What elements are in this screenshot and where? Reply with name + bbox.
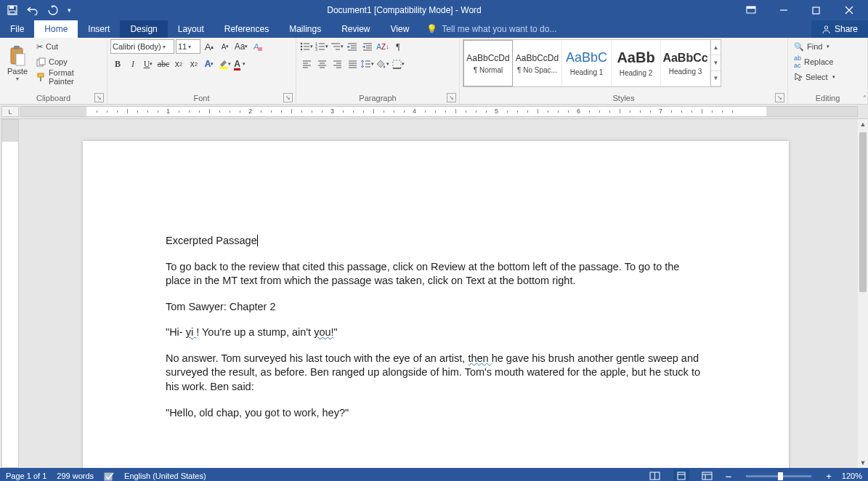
replace-button[interactable]: abacReplace: [791, 54, 836, 69]
horizontal-ruler[interactable]: 1234567: [20, 106, 858, 117]
proofing-status[interactable]: [104, 472, 114, 481]
doc-paragraph[interactable]: "Hi- yi ! You're up a stump, ain't you!": [166, 326, 706, 340]
bullets-button[interactable]: ▾: [299, 39, 314, 54]
save-button[interactable]: [3, 2, 22, 18]
close-button[interactable]: [832, 0, 865, 20]
undo-button[interactable]: [23, 2, 42, 18]
justify-button[interactable]: [345, 57, 360, 71]
page[interactable]: Excerpted Passage To go back to the revi…: [83, 141, 789, 468]
strikethrough-button[interactable]: abc: [156, 57, 171, 71]
ribbon-options-button[interactable]: [734, 0, 767, 20]
tab-home[interactable]: Home: [34, 20, 78, 38]
minimize-button[interactable]: [767, 0, 800, 20]
doc-paragraph[interactable]: Excerpted Passage: [166, 234, 706, 248]
align-left-button[interactable]: [299, 57, 314, 71]
format-painter-button[interactable]: Format Painter: [33, 70, 104, 84]
zoom-level[interactable]: 120%: [842, 472, 862, 480]
align-right-button[interactable]: [330, 57, 344, 71]
tab-design[interactable]: Design: [120, 20, 167, 38]
zoom-out-button[interactable]: −: [726, 470, 732, 482]
svg-rect-15: [38, 73, 44, 77]
numbering-button[interactable]: 123▾: [315, 39, 329, 54]
gallery-scroll[interactable]: ▲▼▼: [710, 40, 721, 86]
decrease-indent-button[interactable]: [345, 39, 360, 54]
increase-indent-button[interactable]: [360, 39, 375, 54]
text-effects-button[interactable]: A▾: [202, 57, 216, 71]
style-item-4[interactable]: AaBbCcHeading 3: [661, 40, 710, 86]
doc-paragraph[interactable]: "Hello, old chap, you got to work, hey?": [166, 406, 706, 421]
font-color-button[interactable]: A▾: [232, 57, 247, 71]
scroll-up-button[interactable]: ▲: [858, 119, 868, 129]
gallery-more[interactable]: ▼: [711, 71, 721, 86]
doc-paragraph[interactable]: No answer. Tom surveyed his last touch w…: [166, 352, 706, 395]
font-name-combo[interactable]: Calibri (Body)▾: [110, 39, 174, 54]
superscript-button[interactable]: x2: [187, 57, 201, 71]
paste-button[interactable]: Paste ▾: [3, 39, 32, 87]
clear-formatting-button[interactable]: A: [250, 39, 264, 54]
tab-view[interactable]: View: [381, 20, 420, 38]
collapse-ribbon-button[interactable]: ˄: [863, 94, 867, 102]
qat-customize[interactable]: ▾: [64, 2, 74, 18]
share-button[interactable]: Share: [811, 20, 868, 38]
font-launcher[interactable]: ↘: [283, 93, 293, 102]
word-count-status[interactable]: 299 words: [57, 472, 94, 480]
align-center-button[interactable]: [315, 57, 329, 71]
multilevel-list-button[interactable]: ▾: [330, 39, 344, 54]
redo-button[interactable]: [44, 2, 62, 18]
italic-button[interactable]: I: [126, 57, 140, 71]
gallery-up[interactable]: ▲: [711, 40, 721, 55]
tab-mailings[interactable]: Mailings: [279, 20, 331, 38]
doc-paragraph[interactable]: Tom Sawyer: Chapter 2: [166, 300, 706, 315]
underline-button[interactable]: U▾: [141, 57, 155, 71]
bold-button[interactable]: B: [110, 57, 125, 71]
clipboard-launcher[interactable]: ↘: [94, 93, 104, 102]
shading-button[interactable]: ▾: [376, 57, 390, 71]
tab-selector[interactable]: L: [1, 106, 19, 117]
vertical-scrollbar[interactable]: ▲ ▼: [858, 119, 868, 468]
gallery-down[interactable]: ▼: [711, 55, 721, 70]
change-case-button[interactable]: Aa▾: [234, 39, 248, 54]
text: ": [334, 326, 338, 338]
copy-button[interactable]: Copy: [33, 54, 104, 69]
style-item-2[interactable]: AaBbCHeading 1: [562, 40, 612, 86]
zoom-slider-thumb[interactable]: [778, 472, 783, 480]
tab-file[interactable]: File: [0, 20, 34, 38]
grammar-squiggle: you!: [314, 326, 333, 338]
copy-label: Copy: [49, 57, 68, 66]
maximize-button[interactable]: [800, 0, 832, 20]
scroll-down-button[interactable]: ▼: [858, 458, 868, 468]
style-item-3[interactable]: AaBbHeading 2: [612, 40, 661, 86]
zoom-in-button[interactable]: +: [826, 471, 832, 482]
show-hide-marks-button[interactable]: ¶: [391, 39, 405, 54]
page-number-status[interactable]: Page 1 of 1: [6, 472, 46, 480]
tell-me-search[interactable]: 💡 Tell me what you want to do...: [419, 20, 811, 38]
cut-button[interactable]: ✂Cut: [33, 39, 104, 54]
line-spacing-button[interactable]: ▾: [360, 57, 375, 71]
doc-paragraph[interactable]: To go back to the review that cited this…: [166, 260, 706, 288]
paragraph-launcher[interactable]: ↘: [447, 93, 456, 102]
subscript-button[interactable]: x2: [171, 57, 186, 71]
styles-gallery[interactable]: AaBbCcDd¶ NormalAaBbCcDd¶ No Spac...AaBb…: [463, 39, 721, 87]
tab-insert[interactable]: Insert: [78, 20, 120, 38]
styles-launcher[interactable]: ↘: [775, 93, 784, 102]
shrink-font-button[interactable]: A▾: [218, 39, 232, 54]
tab-layout[interactable]: Layout: [168, 20, 214, 38]
style-item-0[interactable]: AaBbCcDd¶ Normal: [463, 40, 513, 86]
read-mode-button[interactable]: [647, 469, 663, 481]
borders-button[interactable]: ▾: [391, 57, 405, 71]
tab-review[interactable]: Review: [331, 20, 380, 38]
zoom-slider[interactable]: [746, 475, 811, 477]
font-size-combo[interactable]: 11▾: [176, 39, 200, 54]
select-button[interactable]: Select▾: [791, 70, 838, 84]
sort-button[interactable]: AZ↓: [376, 39, 390, 54]
print-layout-button[interactable]: [673, 469, 689, 481]
find-button[interactable]: 🔍Find▾: [791, 39, 832, 54]
style-item-1[interactable]: AaBbCcDd¶ No Spac...: [513, 40, 562, 86]
grow-font-button[interactable]: A▴: [202, 39, 216, 54]
tab-references[interactable]: References: [214, 20, 279, 38]
vertical-ruler[interactable]: [1, 119, 19, 468]
language-status[interactable]: English (United States): [124, 472, 206, 480]
scroll-thumb[interactable]: [859, 132, 867, 292]
highlight-button[interactable]: ▾: [217, 57, 232, 71]
web-layout-button[interactable]: [699, 469, 715, 481]
